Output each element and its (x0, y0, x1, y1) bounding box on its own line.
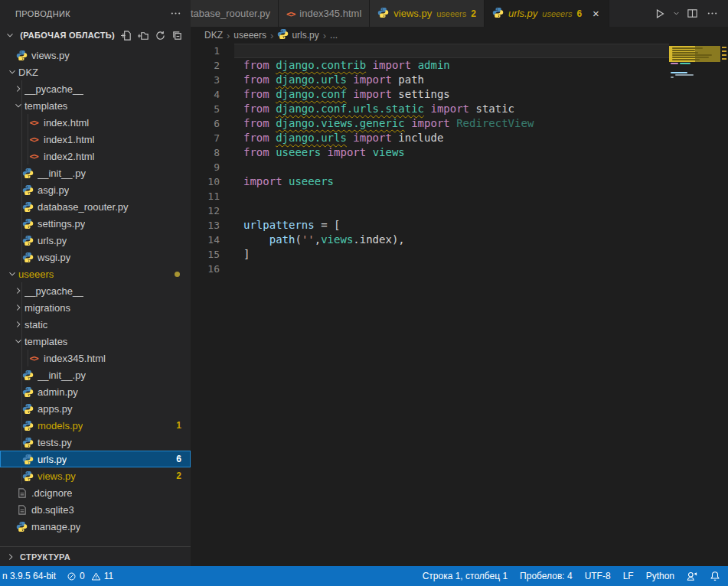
status-cursor-position[interactable]: Строка 1, столбец 1 (423, 571, 508, 581)
line-number: 4 (191, 87, 230, 102)
breadcrumb-item-useeers[interactable]: useeers (233, 30, 266, 41)
chevron-right-icon (12, 319, 24, 330)
tree-folder--pycache-[interactable]: __pycache__ (0, 80, 191, 97)
tree-file-manage-py[interactable]: manage.py (0, 518, 191, 535)
tab-urls-py[interactable]: urls.pyuseeers6× (485, 0, 609, 27)
tree-item-label: views.py (31, 50, 70, 61)
tree-item-label: models.py (38, 420, 83, 431)
code-line-7: 7from django.urls import include (191, 131, 728, 145)
tree-folder-templates[interactable]: templates (0, 97, 191, 114)
tree-file-db-sqlite3[interactable]: db.sqlite3 (0, 501, 191, 518)
tree-file-index345-html[interactable]: <>index345.html (0, 350, 191, 366)
chevron-down-icon (12, 336, 24, 347)
line-number: 6 (191, 116, 230, 131)
tree-file-index1-html[interactable]: <>index1.html (0, 131, 191, 148)
code-editor[interactable]: 12from django.contrib import admin3from … (191, 44, 728, 566)
code-line-5: 5from django.conf.urls.static import sta… (191, 102, 728, 116)
tree-file-urls-py[interactable]: urls.py (0, 232, 191, 249)
tree-folder-dkz[interactable]: DKZ (0, 63, 191, 80)
tree-file-wsgi-py[interactable]: wsgi.py (0, 249, 191, 265)
file-file-icon (15, 504, 28, 516)
tree-file--init-py[interactable]: __init__.py (0, 366, 191, 383)
breadcrumb-item--[interactable]: ... (330, 30, 338, 41)
tree-item-label: .dcignore (31, 487, 72, 499)
python-file-icon (21, 386, 34, 398)
run-dropdown[interactable] (671, 6, 681, 21)
tree-item-label: __pycache__ (24, 285, 83, 297)
tree-file--dcignore[interactable]: .dcignore (0, 484, 191, 501)
status-language-mode[interactable]: Python (646, 571, 674, 581)
problems-count-badge: 2 (176, 470, 181, 481)
code-line-1: 1 (191, 44, 728, 58)
tree-item-label: manage.py (31, 521, 80, 532)
tree-file-tests-py[interactable]: tests.py (0, 434, 191, 451)
tree-file-index2-html[interactable]: <>index2.html (0, 148, 191, 164)
line-number: 7 (191, 131, 230, 145)
code-line-6: 6from django.views.generic import Redire… (191, 116, 728, 131)
tree-folder-templates[interactable]: templates (0, 333, 191, 350)
tree-folder-migrations[interactable]: migrations (0, 299, 191, 316)
tree-file-views-py[interactable]: views.py2 (0, 467, 191, 484)
refresh-icon[interactable] (152, 28, 168, 43)
tree-folder-static[interactable]: static (0, 316, 191, 333)
run-button[interactable] (651, 6, 668, 21)
outline-section-header[interactable]: СТРУКТУРА (0, 546, 191, 566)
tree-file-database-roouter-py[interactable]: database_roouter.py (0, 198, 191, 215)
tab-tabase-roouter-py[interactable]: tabase_roouter.py (191, 0, 279, 27)
workspace-section-header[interactable]: (РАБОЧАЯ ОБЛАСТЬ) ... (0, 27, 191, 44)
chevron-right-icon (12, 302, 24, 313)
status-bar: n 3.9.5 64-bit011 Строка 1, столбец 1Про… (0, 566, 728, 586)
breadcrumb-item-dkz[interactable]: DKZ (204, 30, 223, 41)
split-editor-button[interactable] (684, 6, 700, 21)
new-file-icon[interactable] (119, 28, 134, 43)
collapse-all-icon[interactable] (169, 28, 184, 43)
status-problems[interactable]: 011 (67, 571, 113, 581)
tree-item-label: index2.html (44, 151, 94, 162)
tree-item-label: index345.html (44, 353, 106, 364)
breadcrumb-item-urls-py[interactable]: urls.py (277, 28, 318, 42)
minimap-line (671, 77, 674, 78)
tree-item-label: __pycache__ (24, 83, 83, 95)
explorer-title: ПРОВОДНИК (15, 9, 70, 18)
tree-file-apps-py[interactable]: apps.py (0, 400, 191, 417)
tree-folder-useeers[interactable]: useeers (0, 265, 191, 282)
tree-file-index-html[interactable]: <>index.html (0, 114, 191, 131)
breadcrumb-separator: › (323, 30, 326, 41)
tree-item-label: tests.py (38, 437, 72, 448)
line-number: 1 (191, 44, 230, 58)
status-indentation[interactable]: Пробелов: 4 (520, 571, 573, 581)
python-file-icon (21, 252, 34, 263)
minimap[interactable] (669, 44, 720, 566)
status-feedback[interactable] (687, 571, 697, 581)
explorer-more-actions-icon[interactable] (168, 6, 183, 21)
tree-item-label: index.html (44, 117, 89, 129)
close-icon[interactable]: × (591, 8, 601, 19)
tree-item-label: static (24, 319, 47, 330)
tree-file-settings-py[interactable]: settings.py (0, 215, 191, 232)
tab-label: views.py (393, 8, 432, 19)
python-file-icon (21, 184, 34, 196)
status-notifications[interactable] (710, 571, 720, 581)
tab-views-py[interactable]: views.pyuseeers2 (370, 0, 485, 27)
tree-file-models-py[interactable]: models.py1 (0, 417, 191, 434)
tree-folder--pycache-[interactable]: __pycache__ (0, 282, 191, 299)
tree-item-label: urls.py (38, 454, 67, 465)
workspace-label: (РАБОЧАЯ ОБЛАСТЬ) ... (20, 31, 116, 40)
line-number: 5 (191, 102, 230, 116)
tree-file-views-py[interactable]: views.py (0, 47, 191, 63)
more-actions-button[interactable] (704, 6, 720, 21)
tree-file-admin-py[interactable]: admin.py (0, 383, 191, 400)
html-file-icon: <> (28, 353, 40, 363)
python-file-icon (21, 420, 34, 431)
status-encoding[interactable]: UTF-8 (585, 571, 611, 581)
python-file-icon (21, 218, 34, 230)
tab-problems-badge: 6 (576, 8, 582, 19)
status-python-interpreter[interactable]: n 3.9.5 64-bit (2, 571, 56, 581)
tree-file-urls-py[interactable]: urls.py6 (0, 451, 191, 467)
tab-index345-html[interactable]: <>index345.html (279, 0, 370, 27)
tree-item-label: DKZ (18, 67, 38, 78)
new-folder-icon[interactable] (135, 28, 151, 43)
tree-file--init-py[interactable]: __init__.py (0, 164, 191, 181)
status-eol[interactable]: LF (623, 571, 634, 581)
tree-file-asgi-py[interactable]: asgi.py (0, 181, 191, 198)
